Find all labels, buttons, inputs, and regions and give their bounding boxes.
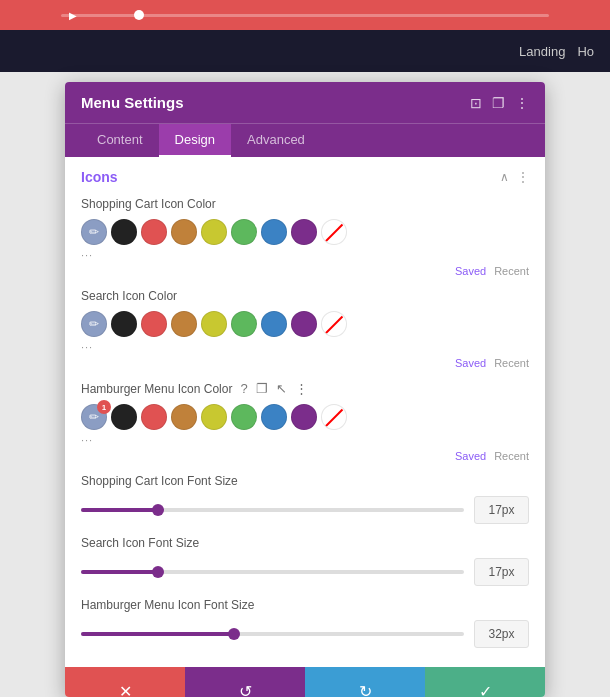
- color-yellow-search[interactable]: [201, 311, 227, 337]
- hamburger-labels: Saved Recent: [81, 450, 529, 462]
- color-none-cart[interactable]: [321, 219, 347, 245]
- color-red-cart[interactable]: [141, 219, 167, 245]
- bottom-toolbar: ✕ ↺ ↻ ✓: [65, 667, 545, 697]
- eyedropper-swatch-search[interactable]: ✏: [81, 311, 107, 337]
- color-red-search[interactable]: [141, 311, 167, 337]
- color-green-search[interactable]: [231, 311, 257, 337]
- color-orange-search[interactable]: [171, 311, 197, 337]
- hamburger-slider-fill: [81, 632, 234, 636]
- color-purple-hamburger[interactable]: [291, 404, 317, 430]
- search-font-size-section: Search Icon Font Size 17px: [81, 536, 529, 586]
- cart-font-size-section: Shopping Cart Icon Font Size 17px: [81, 474, 529, 524]
- saved-label-hamburger: Saved: [455, 450, 486, 462]
- main-area: Menu Settings ⊡ ❐ ⋮ Content Design Advan…: [0, 72, 610, 697]
- color-purple-search[interactable]: [291, 311, 317, 337]
- save-button[interactable]: ✓: [425, 667, 545, 697]
- nav-home[interactable]: Ho: [577, 44, 594, 59]
- menu-settings-panel: Menu Settings ⊡ ❐ ⋮ Content Design Advan…: [65, 82, 545, 697]
- cancel-button[interactable]: ✕: [65, 667, 185, 697]
- cancel-icon: ✕: [119, 682, 132, 698]
- hamburger-font-size-value[interactable]: 32px: [474, 620, 529, 648]
- undo-icon: ↺: [239, 682, 252, 698]
- more-icon[interactable]: ⋮: [517, 170, 529, 184]
- search-font-size-row: 17px: [81, 558, 529, 586]
- cart-slider-track[interactable]: [81, 508, 464, 512]
- color-green-hamburger[interactable]: [231, 404, 257, 430]
- cart-slider-fill: [81, 508, 158, 512]
- panel-body: Icons ∧ ⋮ Shopping Cart Icon Color ✏: [65, 157, 545, 667]
- hamburger-font-size-section: Hamburger Menu Icon Font Size 32px: [81, 598, 529, 648]
- badge-wrapper: ✏ 1: [81, 404, 107, 430]
- search-color-row: ✏: [81, 311, 529, 337]
- color-black-search[interactable]: [111, 311, 137, 337]
- redo-button[interactable]: ↻: [305, 667, 425, 697]
- saved-label-cart: Saved: [455, 265, 486, 277]
- color-orange-hamburger[interactable]: [171, 404, 197, 430]
- search-labels: Saved Recent: [81, 357, 529, 369]
- cart-slider-thumb[interactable]: [152, 504, 164, 516]
- color-green-cart[interactable]: [231, 219, 257, 245]
- tab-design[interactable]: Design: [159, 124, 231, 157]
- cursor-icon[interactable]: ↖: [276, 381, 287, 396]
- search-font-size-label: Search Icon Font Size: [81, 536, 529, 550]
- color-none-hamburger[interactable]: [321, 404, 347, 430]
- cart-font-size-value[interactable]: 17px: [474, 496, 529, 524]
- search-more-row: ···: [81, 341, 529, 353]
- color-none-search[interactable]: [321, 311, 347, 337]
- recent-label-cart: Recent: [494, 265, 529, 277]
- icons-section-title: Icons: [81, 169, 118, 185]
- color-more-cart[interactable]: ···: [81, 249, 93, 261]
- hamburger-badge: 1: [97, 400, 111, 414]
- panel-icon-more[interactable]: ⋮: [515, 95, 529, 111]
- color-purple-cart[interactable]: [291, 219, 317, 245]
- hamburger-icon-row: Hamburger Menu Icon Color ? ❐ ↖ ⋮: [81, 381, 308, 396]
- undo-button[interactable]: ↺: [185, 667, 305, 697]
- cart-font-size-label: Shopping Cart Icon Font Size: [81, 474, 529, 488]
- hamburger-slider-track[interactable]: [81, 632, 464, 636]
- hamburger-more-icon[interactable]: ⋮: [295, 381, 308, 396]
- help-icon[interactable]: ?: [240, 381, 247, 396]
- color-black-hamburger[interactable]: [111, 404, 137, 430]
- collapse-icon[interactable]: ∧: [500, 170, 509, 184]
- shopping-cart-color-row: ✏: [81, 219, 529, 245]
- top-bar: ▶: [0, 0, 610, 30]
- hamburger-font-size-row: 32px: [81, 620, 529, 648]
- color-yellow-hamburger[interactable]: [201, 404, 227, 430]
- color-yellow-cart[interactable]: [201, 219, 227, 245]
- tab-content[interactable]: Content: [81, 124, 159, 157]
- tab-bar: Content Design Advanced: [65, 123, 545, 157]
- color-blue-search[interactable]: [261, 311, 287, 337]
- hamburger-more-row: ···: [81, 434, 529, 446]
- search-slider-thumb[interactable]: [152, 566, 164, 578]
- progress-bar[interactable]: [61, 14, 549, 17]
- hamburger-label: Hamburger Menu Icon Color ? ❐ ↖ ⋮: [81, 381, 529, 396]
- eyedropper-swatch-cart[interactable]: ✏: [81, 219, 107, 245]
- shopping-cart-labels: Saved Recent: [81, 265, 529, 277]
- redo-icon: ↻: [359, 682, 372, 698]
- panel-header-icons: ⊡ ❐ ⋮: [470, 95, 529, 111]
- saved-label-search: Saved: [455, 357, 486, 369]
- color-orange-cart[interactable]: [171, 219, 197, 245]
- search-icon-label: Search Icon Color: [81, 289, 529, 303]
- color-red-hamburger[interactable]: [141, 404, 167, 430]
- color-black-cart[interactable]: [111, 219, 137, 245]
- panel-icon-copy[interactable]: ❐: [492, 95, 505, 111]
- progress-handle[interactable]: [134, 10, 144, 20]
- nav-landing[interactable]: Landing: [519, 44, 565, 59]
- panel-icon-screen[interactable]: ⊡: [470, 95, 482, 111]
- panel-title: Menu Settings: [81, 94, 184, 111]
- search-font-size-value[interactable]: 17px: [474, 558, 529, 586]
- shopping-cart-more-row: ···: [81, 249, 529, 261]
- tab-advanced[interactable]: Advanced: [231, 124, 321, 157]
- recent-label-hamburger: Recent: [494, 450, 529, 462]
- color-blue-cart[interactable]: [261, 219, 287, 245]
- color-blue-hamburger[interactable]: [261, 404, 287, 430]
- cart-font-size-row: 17px: [81, 496, 529, 524]
- hamburger-slider-thumb[interactable]: [228, 628, 240, 640]
- search-slider-track[interactable]: [81, 570, 464, 574]
- panel-header: Menu Settings ⊡ ❐ ⋮: [65, 82, 545, 123]
- color-more-search[interactable]: ···: [81, 341, 93, 353]
- copy-icon[interactable]: ❐: [256, 381, 268, 396]
- hamburger-color-row: ✏ 1: [81, 404, 529, 430]
- color-more-hamburger[interactable]: ···: [81, 434, 93, 446]
